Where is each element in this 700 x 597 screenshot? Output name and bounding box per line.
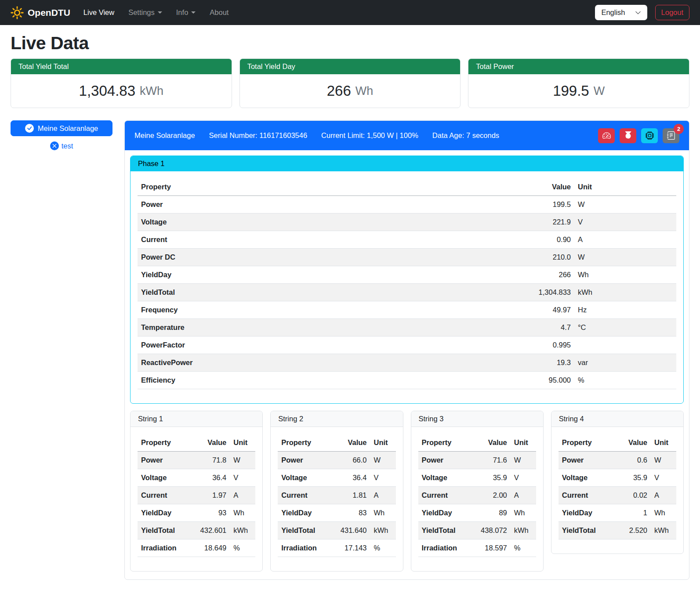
caret-down-icon: [191, 11, 196, 16]
unit-cell: Wh: [651, 504, 676, 522]
col-header-property: Property: [278, 434, 330, 452]
property-cell: PowerFactor: [138, 336, 399, 354]
value-cell: 83: [330, 504, 370, 522]
property-cell: Power DC: [138, 249, 399, 266]
language-select-value: English: [601, 8, 625, 17]
event-log-button[interactable]: 2: [663, 128, 679, 143]
summary-card-value: 266: [327, 83, 351, 99]
unit-cell: Wh: [511, 504, 536, 522]
unit-cell: V: [511, 469, 536, 487]
unit-cell: °C: [574, 319, 676, 336]
inverter-toolbar: 2: [598, 128, 679, 143]
property-cell: YieldTotal: [278, 522, 330, 539]
property-cell: ReactivePower: [138, 354, 399, 372]
table-row: Frequency 49.97 Hz: [138, 301, 676, 319]
value-cell: 17.143: [330, 539, 370, 557]
table-row: Power 71.8 W: [138, 452, 255, 469]
current-limit: Current Limit: 1,500 W | 100%: [321, 131, 418, 140]
brand[interactable]: OpenDTU: [11, 6, 70, 19]
unit-cell: A: [574, 231, 676, 249]
page-title: Live Data: [11, 34, 689, 52]
property-cell: Power: [418, 452, 470, 469]
table-row: Voltage 35.9 V: [559, 469, 676, 487]
navbar: OpenDTU Live View Settings Info About En…: [0, 0, 700, 25]
col-header-value: Value: [470, 434, 510, 452]
table-row: Current 0.90 A: [138, 231, 676, 249]
nav-item-about[interactable]: About: [203, 5, 236, 20]
table-row: Voltage 221.9 V: [138, 213, 676, 231]
unit-cell: W: [370, 452, 396, 469]
logout-button[interactable]: Logout: [655, 5, 689, 20]
unit-cell: A: [370, 487, 396, 504]
cpu-icon: [646, 131, 654, 140]
value-cell: 49.97: [399, 301, 574, 319]
unit-cell: kWh: [511, 522, 536, 539]
inverter-item-test-label: test: [62, 142, 73, 150]
strings-row: String 1 Property Value Unit: [130, 411, 684, 572]
summary-card-header: Total Yield Day: [240, 59, 461, 74]
unit-cell: W: [511, 452, 536, 469]
unit-cell: A: [511, 487, 536, 504]
table-row: Current 1.97 A: [138, 487, 255, 504]
summary-card-value: 199.5: [553, 83, 589, 99]
summary-card-total-yield-day: Total Yield Day 266 Wh: [239, 58, 461, 108]
property-cell: YieldTotal: [559, 522, 615, 539]
string-4-table: Property Value Unit Power: [559, 434, 676, 539]
nav-links: Live View Settings Info About: [76, 5, 236, 20]
string-card-1: String 1 Property Value Unit: [130, 411, 263, 572]
table-row: Power 66.0 W: [278, 452, 395, 469]
property-cell: Temperature: [138, 319, 399, 336]
unit-cell: kWh: [574, 284, 676, 301]
string-card-2: String 2 Property Value Unit: [270, 411, 403, 572]
table-row: Irradiation 18.597 %: [418, 539, 536, 557]
summary-card-unit: W: [594, 84, 605, 98]
property-cell: Irradiation: [138, 539, 189, 557]
nav-item-info[interactable]: Info: [169, 5, 203, 20]
property-cell: YieldTotal: [418, 522, 470, 539]
value-cell: 1.97: [189, 487, 230, 504]
col-header-property: Property: [559, 434, 615, 452]
inverter-select-button[interactable]: Meine Solaranlage: [11, 120, 112, 136]
property-cell: Power: [138, 196, 399, 213]
serial-number: Serial Number: 116171603546: [209, 131, 308, 140]
nav-item-live-view[interactable]: Live View: [76, 5, 121, 20]
table-row: Current 0.02 A: [559, 487, 676, 504]
table-row: Current 1.81 A: [278, 487, 395, 504]
unit-cell: W: [651, 452, 676, 469]
unit-cell: %: [370, 539, 396, 557]
limit-settings-button[interactable]: [598, 128, 615, 143]
device-info-button[interactable]: [641, 128, 658, 143]
nav-item-settings[interactable]: Settings: [121, 5, 169, 20]
table-row: YieldTotal 1,304.833 kWh: [138, 284, 676, 301]
table-row: Power 0.6 W: [559, 452, 676, 469]
string-title: String 1: [131, 411, 262, 427]
table-header-row: Property Value Unit: [138, 434, 255, 452]
table-row: Voltage 36.4 V: [138, 469, 255, 487]
string-title: String 4: [551, 411, 683, 427]
unit-cell: [574, 336, 676, 354]
value-cell: 71.8: [189, 452, 230, 469]
power-icon: [624, 131, 632, 140]
unit-cell: var: [574, 354, 676, 372]
power-toggle-button[interactable]: [620, 128, 636, 143]
property-cell: Voltage: [138, 213, 399, 231]
inverter-select-label: Meine Solaranlage: [38, 124, 98, 133]
inverter-name: Meine Solaranlage: [134, 131, 195, 140]
summary-card-header: Total Yield Total: [11, 59, 232, 74]
property-cell: Voltage: [559, 469, 615, 487]
inverter-item-test[interactable]: test: [11, 141, 112, 150]
property-cell: YieldTotal: [138, 522, 189, 539]
table-row: Power DC 210.0 W: [138, 249, 676, 266]
value-cell: 2.520: [615, 522, 651, 539]
value-cell: 89: [470, 504, 510, 522]
unit-cell: Wh: [230, 504, 255, 522]
table-row: YieldTotal 432.601 kWh: [138, 522, 255, 539]
table-row: Power 71.6 W: [418, 452, 536, 469]
value-cell: 0.02: [615, 487, 651, 504]
col-header-value: Value: [399, 178, 574, 196]
col-header-value: Value: [189, 434, 230, 452]
unit-cell: V: [651, 469, 676, 487]
property-cell: YieldDay: [418, 504, 470, 522]
brand-label: OpenDTU: [28, 7, 70, 18]
language-select[interactable]: English: [595, 5, 647, 20]
